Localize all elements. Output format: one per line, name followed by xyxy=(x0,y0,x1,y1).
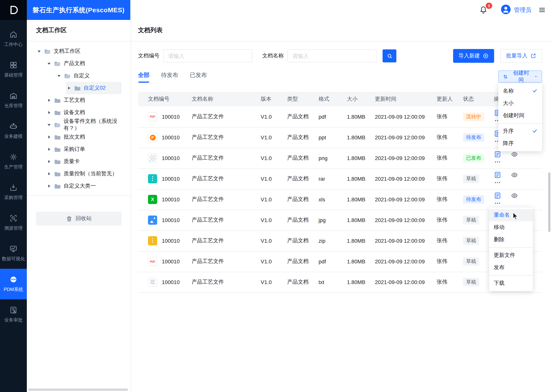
preview-button[interactable] xyxy=(511,150,518,158)
tab-published[interactable]: 已发布 xyxy=(190,70,207,83)
sort-field-option[interactable]: 名称 xyxy=(498,85,542,97)
column-header: 类型 xyxy=(287,92,319,106)
doc-updater: 张伟 xyxy=(437,210,463,231)
pdf-file-icon: PDF xyxy=(148,112,157,121)
more-actions-button[interactable] xyxy=(494,199,501,207)
sidebar-item-business-approval[interactable]: 业务审批 xyxy=(0,299,27,330)
context-menu-item[interactable]: 发布 xyxy=(489,261,533,274)
tree-item[interactable]: 批次文档 xyxy=(27,131,131,143)
sidebar-item-trace-mgmt[interactable]: 溯源管理 xyxy=(0,208,27,238)
more-actions-button[interactable] xyxy=(494,179,501,186)
sidebar-item-production-mgmt[interactable]: 生产管理 xyxy=(0,146,27,177)
sidebar-item-label: 数据可视化 xyxy=(2,256,25,262)
column-header: 状态 xyxy=(463,92,489,106)
folder-icon xyxy=(44,49,51,54)
doc-format: png xyxy=(319,148,347,168)
status-badge: 草稿 xyxy=(463,257,479,266)
sort-field-option[interactable]: 创建时间 xyxy=(498,110,542,122)
sidebar-item-data-visualization[interactable]: 数据可视化 xyxy=(0,238,27,269)
caret-icon[interactable] xyxy=(47,99,51,102)
folder-icon xyxy=(54,147,61,152)
tree-item[interactable]: 工艺文档 xyxy=(27,94,131,106)
table-row: PDF 100010 产品工艺文件 V1.0 产品文档 pdf 1.80MB 2… xyxy=(138,251,542,272)
tree-item[interactable]: 采购订单 xyxy=(27,143,131,155)
doc-updated-time: 2021-09-09 12:00:09 xyxy=(375,272,437,293)
batch-import-button[interactable]: 批量导入 xyxy=(500,49,542,63)
sort-order-option[interactable]: 升序 xyxy=(498,125,542,137)
tab-all[interactable]: 全部 xyxy=(138,70,150,83)
horizontal-scrollbar[interactable] xyxy=(28,389,128,391)
caret-icon[interactable] xyxy=(47,124,51,126)
column-header: 更新时间 xyxy=(375,92,437,106)
tree-item[interactable]: 产品文档 xyxy=(27,57,131,70)
caret-icon[interactable] xyxy=(57,75,61,77)
import-new-button[interactable]: 导入新建 xyxy=(453,49,494,63)
doc-updated-time: 2021-09-09 12:00:09 xyxy=(375,106,437,127)
user-menu[interactable]: 管理员 xyxy=(501,4,531,16)
doc-format: ppt xyxy=(319,127,347,148)
more-actions-button[interactable] xyxy=(494,158,501,166)
ppt-file-icon: P xyxy=(148,133,157,142)
doc-format: txt xyxy=(319,272,347,293)
sidebar-item-pdm-system[interactable]: PDM PDM系统 xyxy=(0,269,27,299)
caret-icon[interactable] xyxy=(47,160,51,163)
tree-item[interactable]: 自定义 xyxy=(27,70,131,82)
doc-updater: 张伟 xyxy=(437,251,463,272)
tree-item[interactable]: 设备零件文档（系统没有？） xyxy=(27,119,131,131)
preview-button[interactable] xyxy=(511,171,518,179)
ellipsis-icon xyxy=(494,199,501,207)
search-button[interactable] xyxy=(383,49,396,63)
document-detail-button[interactable] xyxy=(494,171,501,179)
sidebar-item-work-center[interactable]: 工作中心 xyxy=(0,24,27,54)
recycle-bin-button[interactable]: 回收站 xyxy=(36,212,122,225)
doc-size: 1.80MB xyxy=(347,189,375,210)
eye-icon xyxy=(511,150,518,158)
sidebar-item-basic-mgmt[interactable]: 基础管理 xyxy=(0,54,27,85)
primary-sidebar: 工作中心 基础管理 仓库管理 业务建模 生产管理 采购管理 溯源管理 数据可视化… xyxy=(0,0,27,392)
vertical-scrollbar[interactable] xyxy=(548,172,551,232)
context-menu-item[interactable]: 移动 xyxy=(489,221,533,233)
caret-icon[interactable] xyxy=(37,50,41,52)
caret-icon[interactable] xyxy=(47,148,51,151)
document-detail-button[interactable] xyxy=(494,150,501,158)
preview-button[interactable] xyxy=(511,192,518,199)
doc-no-input[interactable] xyxy=(163,49,252,63)
tree-item-label: 采购订单 xyxy=(64,146,85,153)
tree-item[interactable]: 质量控制（当前暂无） xyxy=(27,168,131,180)
doc-updated-time: 2021-09-09 12:00:09 xyxy=(375,231,437,251)
caret-icon[interactable] xyxy=(67,86,71,90)
caret-icon[interactable] xyxy=(47,111,51,114)
table-header-row: 文档编号文档名称版本类型格式大小更新时间更新人状态操作 xyxy=(138,92,542,106)
sort-field-option[interactable]: 大小 xyxy=(498,97,542,110)
ellipsis-icon xyxy=(494,158,501,166)
sidebar-item-procurement-mgmt[interactable]: 采购管理 xyxy=(0,177,27,208)
sidebar-item-business-modeling[interactable]: 业务建模 xyxy=(0,116,27,146)
caret-icon[interactable] xyxy=(47,135,51,139)
notification-badge: 9 xyxy=(486,3,492,9)
document-detail-button[interactable] xyxy=(494,192,501,199)
context-menu-item[interactable]: 下载 xyxy=(489,277,533,289)
sort-button[interactable]: 创建时间 xyxy=(498,70,542,83)
trash-icon xyxy=(66,215,73,222)
check-icon xyxy=(532,88,537,94)
hamburger-menu-icon[interactable] xyxy=(538,6,546,14)
doc-name-input[interactable] xyxy=(288,49,377,63)
context-menu-item[interactable]: 更新文件 xyxy=(489,249,533,261)
caret-icon[interactable] xyxy=(47,172,51,175)
context-menu-item[interactable]: 删除 xyxy=(489,233,533,246)
caret-icon[interactable] xyxy=(47,63,51,64)
tab-pending[interactable]: 待发布 xyxy=(161,70,178,83)
tree-item[interactable]: 文档工作区 xyxy=(27,45,131,57)
tree-item[interactable]: 自定义02 xyxy=(27,82,131,94)
doc-updater: 张伟 xyxy=(437,189,463,210)
sort-order-option[interactable]: 降序 xyxy=(498,137,542,150)
tree-item[interactable]: 设备文档 xyxy=(27,106,131,119)
notification-bell[interactable]: 9 xyxy=(479,5,488,14)
doc-id: 100010 xyxy=(162,176,180,182)
context-menu-item[interactable]: 重命名 xyxy=(489,209,533,221)
sidebar-item-warehouse-mgmt[interactable]: 仓库管理 xyxy=(0,85,27,116)
caret-icon[interactable] xyxy=(47,184,51,188)
tree-item[interactable]: 自定义大类一 xyxy=(27,180,131,192)
doc-size: 1.80MB xyxy=(347,106,375,127)
tree-item[interactable]: 质量卡 xyxy=(27,155,131,168)
